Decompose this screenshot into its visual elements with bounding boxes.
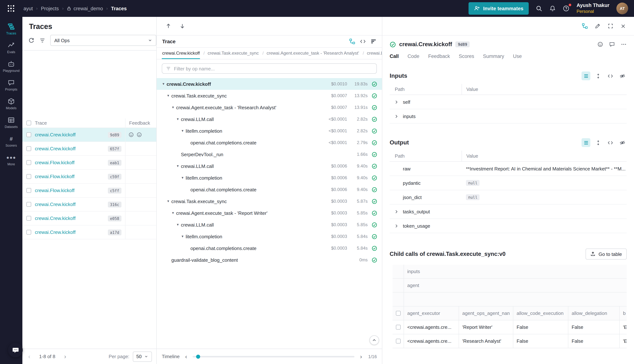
trace-tree-row[interactable]: ▾ crewai.Agent.execute_task - 'Research … (157, 102, 382, 113)
trace-tree-row[interactable]: ▾ crewai.Crew.kickoff $0.0010 19.83s (157, 78, 382, 90)
caret-down-icon[interactable]: ▾ (179, 234, 186, 238)
caret-down-icon[interactable]: ▾ (165, 200, 171, 203)
trace-tree-row[interactable]: ▾ litellm.completion <$0.0001 2.82s (157, 125, 382, 137)
table-row[interactable]: crewai.Crew.kickoff e058 (22, 212, 156, 226)
tree-view-icon[interactable] (349, 38, 355, 44)
trace-tree-row[interactable]: openai.chat.completions.create $0.0006 9… (157, 184, 382, 196)
trace-tree-row[interactable]: ▾ crewai.LLM.call $0.0003 5.85s (157, 219, 382, 230)
caret-down-icon[interactable]: ▾ (175, 223, 181, 226)
chat-launcher-button[interactable] (8, 343, 23, 358)
output-row[interactable]: json_dict null (390, 190, 627, 204)
add-comment-icon[interactable] (609, 42, 615, 47)
row-checkbox[interactable] (26, 188, 31, 193)
per-page-select[interactable]: 50 (133, 351, 152, 362)
inputs-row[interactable]: inputs (390, 109, 627, 124)
trace-tree-row[interactable]: guardrail-validate_blog_content 0ms (157, 254, 382, 266)
output-row[interactable]: pydantic null (390, 176, 627, 190)
chevron-right-icon[interactable] (394, 100, 399, 104)
call-stack-crumb[interactable]: crewai.LLM.cal (359, 48, 382, 59)
column-header[interactable]: agent_executor (404, 306, 459, 320)
output-row[interactable]: raw **Investment Report: AI in Chemical … (390, 162, 627, 176)
call-tab[interactable]: Call (390, 54, 399, 62)
table-row[interactable]: crewai.Flow.kickoff c59f (22, 170, 156, 184)
caret-down-icon[interactable]: ▾ (179, 129, 186, 133)
prev-page-icon[interactable]: ‹ (27, 353, 32, 360)
code-view-icon[interactable] (606, 72, 614, 80)
column-header[interactable]: allow_code_execution (513, 306, 568, 320)
call-stack-crumb[interactable]: crewai.Agent.execute_task - 'Research An… (259, 48, 359, 59)
child-call-row[interactable]: <crewai.agents.cre... 'Research Analyst'… (393, 334, 627, 348)
sidebar-item-playground[interactable]: Playground (0, 57, 22, 76)
trace-tree-row[interactable]: openai.chat.completions.create $0.0003 5… (157, 242, 382, 254)
caret-down-icon[interactable]: ▾ (170, 211, 176, 215)
trace-link[interactable]: crewai.Crew.kickoff (35, 216, 76, 221)
overflow-menu-icon[interactable] (621, 42, 627, 47)
trace-tree-row[interactable]: ▾ litellm.completion $0.0006 9.40s (157, 172, 382, 184)
caret-down-icon[interactable]: ▾ (170, 106, 176, 109)
trace-tree-row[interactable]: openai.chat.completions.create <$0.0001 … (157, 137, 382, 148)
smiley-feedback-icon[interactable] (128, 132, 134, 138)
trace-tree-row[interactable]: ▾ crewai.Task.execute_sync $0.0003 5.87s (157, 196, 382, 207)
timeline-slider[interactable] (193, 356, 355, 357)
table-row[interactable]: crewai.Crew.kickoff a17d (22, 226, 156, 239)
table-row[interactable]: crewai.Flow.kickoff eab1 (22, 156, 156, 170)
call-tab[interactable]: Scores (459, 54, 474, 62)
trace-link[interactable]: crewai.Flow.kickoff (35, 188, 75, 193)
trace-link[interactable]: crewai.Crew.kickoff (35, 132, 76, 138)
call-id-badge[interactable]: 9d89 (455, 42, 470, 47)
previous-call-arrow-icon[interactable] (165, 23, 171, 29)
code-view-icon[interactable] (606, 138, 614, 147)
breadcrumb-page[interactable]: Traces (111, 6, 127, 11)
hide-values-eye-icon[interactable] (618, 138, 627, 147)
invite-teammates-button[interactable]: Invite teammates (469, 2, 529, 15)
caret-down-icon[interactable]: ▾ (175, 117, 181, 121)
notifications-bell-icon[interactable] (549, 5, 556, 12)
sidebar-item-evals[interactable]: Evals (0, 38, 22, 57)
sidebar-item-traces[interactable]: Traces (0, 20, 22, 38)
breadcrumb-project[interactable]: crewai_demo (74, 6, 103, 11)
op-name-filter-input[interactable] (174, 66, 373, 71)
close-icon[interactable] (620, 23, 626, 29)
ops-filter-select[interactable]: All Ops (50, 35, 156, 46)
sidebar-item-scorers[interactable]: # Scorers (0, 132, 22, 151)
sidebar-item-models[interactable]: Models (0, 94, 22, 113)
select-all-checkbox[interactable] (396, 311, 401, 316)
row-checkbox[interactable] (396, 339, 401, 344)
trace-tree-row[interactable]: ▾ crewai.Task.execute_sync $0.0007 13.92… (157, 90, 382, 102)
output-row[interactable]: tasks_output (390, 204, 627, 219)
column-header-feedback[interactable]: Feedback (125, 118, 156, 128)
sidebar-item-prompts[interactable]: Prompts (0, 76, 22, 94)
call-stack-crumb[interactable]: crewai.Task.execute_sync (200, 48, 259, 59)
search-icon[interactable] (536, 5, 542, 12)
wandb-logo[interactable] (5, 2, 18, 15)
trace-tree-row[interactable]: ▾ crewai.LLM.call <$0.0001 2.82s (157, 113, 382, 125)
timeline-prev-icon[interactable]: ‹ (183, 354, 189, 360)
table-row[interactable]: crewai.Crew.kickoff 657f (22, 142, 156, 156)
avatar[interactable]: AT (616, 2, 628, 14)
column-header[interactable]: b (619, 306, 627, 320)
code-view-icon[interactable] (360, 38, 366, 44)
expand-collapse-rows-icon[interactable] (594, 138, 602, 147)
call-tab[interactable]: Feedback (428, 54, 450, 62)
list-view-icon[interactable] (581, 138, 590, 147)
trace-tree-row[interactable]: ▾ crewai.Agent.execute_task - 'Report Wr… (157, 207, 382, 219)
tree-panel-toggle-icon[interactable] (582, 23, 588, 29)
trace-link[interactable]: crewai.Crew.kickoff (35, 230, 76, 235)
table-row[interactable]: crewai.Flow.kickoff c5ff (22, 184, 156, 198)
breadcrumb-projects[interactable]: Projects (41, 6, 59, 11)
go-to-table-button[interactable]: Go to table (586, 248, 627, 260)
help-icon[interactable] (563, 5, 570, 12)
select-all-checkbox[interactable] (26, 120, 31, 125)
caret-down-icon[interactable]: ▾ (165, 94, 171, 98)
row-checkbox[interactable] (26, 146, 31, 151)
call-stack-crumb[interactable]: crewai.Crew.kickoff (162, 48, 200, 59)
chevron-right-icon[interactable] (394, 209, 399, 214)
trace-tree-row[interactable]: ▾ litellm.completion $0.0003 5.84s (157, 230, 382, 242)
scroll-to-top-button[interactable] (370, 336, 379, 345)
list-view-icon[interactable] (581, 72, 590, 80)
next-page-icon[interactable]: › (63, 353, 68, 360)
call-tab[interactable]: Use (513, 54, 522, 62)
column-settings-icon[interactable] (39, 37, 46, 44)
table-row[interactable]: crewai.Crew.kickoff 316c (22, 198, 156, 212)
flame-graph-view-icon[interactable] (371, 38, 377, 44)
